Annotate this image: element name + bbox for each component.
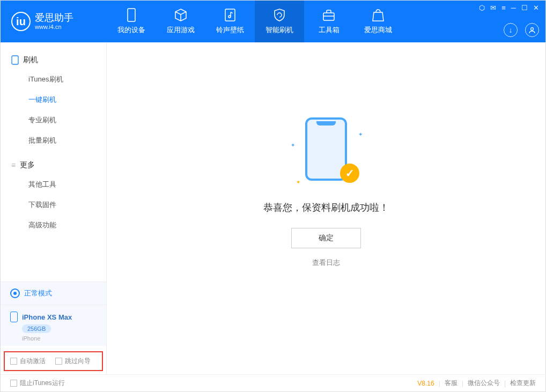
device-phone-icon — [10, 312, 18, 322]
separator: | — [439, 380, 440, 387]
sidebar: 刷机 iTunes刷机 一键刷机 专业刷机 批量刷机 ≡ 更多 其他工具 下载固… — [1, 42, 107, 374]
sparkle-icon: ✦ — [358, 131, 363, 137]
checkbox-auto-activate[interactable]: 自动激活 — [10, 357, 46, 366]
device-storage-badge: 256GB — [22, 324, 51, 333]
checkbox-icon — [10, 380, 17, 387]
tab-label: 我的设备 — [117, 25, 145, 35]
menu-icon[interactable]: ≡ — [501, 4, 506, 12]
phone-icon — [11, 55, 19, 65]
checkmark-badge-icon: ✓ — [340, 164, 359, 183]
device-type: iPhone — [22, 335, 97, 342]
nav-tabs: 我的设备 应用游戏 铃声壁纸 智能刷机 工具箱 爱思商城 — [107, 1, 403, 42]
tab-label: 铃声壁纸 — [216, 25, 244, 35]
separator: | — [462, 380, 463, 387]
tab-label: 工具箱 — [319, 25, 340, 35]
tab-apps-games[interactable]: 应用游戏 — [156, 1, 205, 42]
svg-rect-3 — [323, 13, 334, 20]
app-name: 爱思助手 — [35, 13, 73, 24]
checkbox-block-itunes[interactable]: 阻止iTunes运行 — [10, 379, 65, 388]
sidebar-group-label: 更多 — [20, 160, 35, 170]
tab-label: 爱思商城 — [364, 25, 392, 35]
ok-button[interactable]: 确定 — [291, 228, 361, 248]
sidebar-item-other-tools[interactable]: 其他工具 — [1, 174, 106, 195]
sidebar-item-download-firmware[interactable]: 下载固件 — [1, 195, 106, 215]
tab-my-device[interactable]: 我的设备 — [107, 1, 156, 42]
version-label: V8.16 — [417, 380, 434, 387]
svg-point-4 — [531, 28, 534, 31]
footer-link-update[interactable]: 检查更新 — [510, 379, 536, 388]
checkbox-icon — [10, 358, 17, 365]
maximize-button[interactable]: ☐ — [521, 4, 528, 12]
sparkle-icon: ✦ — [296, 179, 300, 185]
close-button[interactable]: ✕ — [533, 4, 539, 12]
shield-refresh-icon — [272, 8, 286, 22]
checkbox-label: 跳过向导 — [65, 357, 91, 366]
sidebar-item-itunes-flash[interactable]: iTunes刷机 — [1, 69, 106, 90]
footer-link-support[interactable]: 客服 — [445, 379, 458, 388]
sidebar-group-more: ≡ 更多 — [1, 156, 106, 174]
logo-icon: iu — [11, 12, 31, 31]
tab-ringtone-wallpaper[interactable]: 铃声壁纸 — [205, 1, 255, 42]
sparkle-icon: ✦ — [291, 142, 295, 148]
success-message: 恭喜您，保资料刷机成功啦！ — [263, 201, 389, 214]
mode-indicator-icon — [10, 289, 20, 298]
device-name: iPhone XS Max — [22, 313, 72, 321]
tab-store[interactable]: 爱思商城 — [353, 1, 403, 42]
checkbox-icon — [55, 358, 62, 365]
flash-options-row: 自动激活 跳过向导 — [4, 351, 103, 371]
view-log-link[interactable]: 查看日志 — [312, 258, 340, 268]
sidebar-item-advanced[interactable]: 高级功能 — [1, 215, 106, 235]
feedback-icon[interactable]: ✉ — [490, 4, 496, 12]
tab-label: 应用游戏 — [167, 25, 195, 35]
mode-label: 正常模式 — [24, 289, 52, 298]
window-controls: ⬡ ✉ ≡ ─ ☐ ✕ ↓ — [479, 1, 545, 42]
app-header: iu 爱思助手 www.i4.cn 我的设备 应用游戏 铃声壁纸 智能刷机 工具… — [1, 1, 545, 42]
success-illustration: ✦ ✦ ✦ ✓ — [289, 117, 364, 187]
device-info-box[interactable]: iPhone XS Max 256GB iPhone — [1, 305, 106, 346]
cube-icon — [174, 8, 188, 22]
svg-rect-5 — [12, 56, 18, 64]
user-button[interactable] — [525, 23, 539, 37]
shirt-icon[interactable]: ⬡ — [479, 4, 485, 12]
app-url: www.i4.cn — [35, 24, 73, 30]
sidebar-group-label: 刷机 — [23, 55, 38, 65]
tab-toolbox[interactable]: 工具箱 — [304, 1, 353, 42]
footer-link-wechat[interactable]: 微信公众号 — [468, 379, 500, 388]
bag-icon — [371, 8, 385, 22]
sidebar-item-oneclick-flash[interactable]: 一键刷机 — [1, 90, 106, 110]
checkbox-label: 自动激活 — [20, 357, 46, 366]
sidebar-group-flash: 刷机 — [1, 51, 106, 69]
device-icon — [124, 8, 138, 22]
status-bar: 阻止iTunes运行 V8.16 | 客服 | 微信公众号 | 检查更新 — [1, 374, 545, 391]
tab-smart-flash[interactable]: 智能刷机 — [255, 1, 304, 42]
sidebar-item-batch-flash[interactable]: 批量刷机 — [1, 130, 106, 151]
svg-rect-0 — [128, 9, 135, 21]
mode-status-box[interactable]: 正常模式 — [1, 282, 106, 305]
checkbox-label: 阻止iTunes运行 — [20, 379, 65, 388]
logo-area: iu 爱思助手 www.i4.cn — [1, 12, 107, 31]
separator: | — [504, 380, 506, 387]
svg-point-2 — [228, 16, 231, 18]
sidebar-item-pro-flash[interactable]: 专业刷机 — [1, 110, 106, 130]
music-file-icon — [223, 8, 237, 22]
tab-label: 智能刷机 — [265, 25, 293, 35]
minimize-button[interactable]: ─ — [511, 4, 516, 12]
download-button[interactable]: ↓ — [504, 23, 518, 37]
main-content: ✦ ✦ ✦ ✓ 恭喜您，保资料刷机成功啦！ 确定 查看日志 — [107, 42, 545, 374]
list-icon: ≡ — [11, 161, 16, 169]
svg-rect-1 — [225, 9, 235, 21]
toolbox-icon — [322, 8, 336, 22]
checkbox-skip-guide[interactable]: 跳过向导 — [55, 357, 91, 366]
